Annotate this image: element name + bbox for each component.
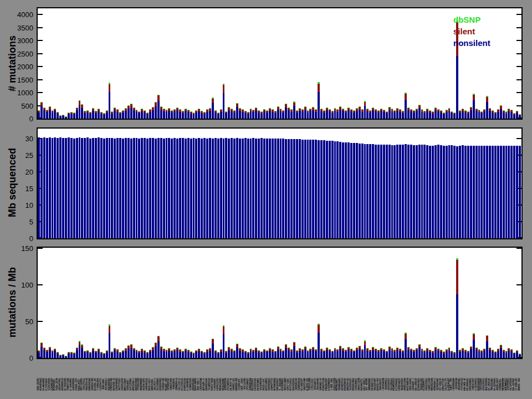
bar-sample-32	[125, 138, 127, 238]
bar-sample-101	[312, 347, 314, 358]
bar-sample-66	[217, 112, 219, 119]
bar-segment	[255, 110, 257, 119]
bar-segment	[130, 344, 132, 345]
bar-segment	[456, 56, 458, 119]
bar-segment	[274, 351, 277, 353]
bar-segment	[318, 140, 320, 238]
bar-sample-169	[497, 109, 499, 119]
bar-segment	[345, 142, 347, 238]
bar-segment	[133, 348, 135, 349]
bar-sample-95	[296, 139, 298, 238]
bar-segment	[92, 138, 94, 238]
bar-segment	[366, 351, 369, 358]
bar-segment	[393, 112, 396, 119]
bar-sample-79	[252, 138, 254, 238]
bar-segment	[168, 351, 170, 358]
bar-segment	[166, 110, 167, 112]
bar-segment	[353, 350, 355, 352]
bar-sample-129	[388, 145, 391, 238]
bar-sample-68	[223, 84, 224, 119]
bar-segment	[155, 343, 157, 346]
bar-sample-115	[350, 349, 352, 358]
bar-sample-17	[84, 111, 86, 119]
y-tick-label: 500	[2, 103, 33, 110]
bar-sample-155	[459, 146, 461, 238]
bar-sample-138	[413, 145, 415, 238]
bar-segment	[274, 111, 277, 113]
y-tick-left	[38, 40, 43, 41]
bar-sample-123	[372, 108, 374, 119]
bar-segment	[407, 108, 410, 108]
bar-sample-7	[57, 112, 59, 119]
bar-segment	[475, 348, 478, 350]
bar-segment	[361, 109, 364, 110]
bar-segment	[339, 346, 341, 349]
bar-segment	[43, 347, 45, 348]
bar-sample-101	[312, 107, 314, 119]
bar-segment	[336, 350, 339, 352]
bar-segment	[388, 107, 391, 108]
bar-segment	[475, 350, 478, 358]
bar-segment	[350, 109, 352, 110]
bar-segment	[432, 351, 434, 353]
bar-segment	[339, 349, 341, 358]
bar-segment	[190, 111, 192, 112]
bar-segment	[513, 352, 515, 354]
bar-sample-42	[152, 347, 154, 358]
bar-sample-3	[46, 110, 48, 119]
bar-sample-73	[236, 103, 238, 119]
bar-segment	[59, 116, 62, 119]
bar-segment	[467, 112, 469, 114]
bar-sample-92	[288, 139, 290, 238]
bar-segment	[198, 109, 200, 111]
bar-segment	[277, 139, 279, 238]
bar-sample-64	[212, 139, 214, 238]
bar-segment	[212, 339, 214, 340]
bar-sample-112	[342, 142, 344, 238]
bar-segment	[356, 108, 358, 109]
bar-segment	[486, 97, 488, 102]
bar-segment	[473, 340, 475, 358]
bar-segment	[198, 109, 200, 109]
bar-segment	[505, 351, 507, 353]
bar-segment	[451, 111, 453, 112]
bar-segment	[453, 146, 456, 238]
bar-segment	[513, 354, 515, 358]
bar-segment	[293, 342, 295, 342]
bar-segment	[489, 109, 491, 111]
bar-sample-115	[350, 143, 352, 238]
bar-segment	[282, 350, 284, 352]
bar-sample-55	[187, 350, 190, 358]
bar-segment	[505, 146, 507, 238]
bar-segment	[228, 139, 230, 238]
bar-segment	[252, 110, 254, 112]
bar-segment	[247, 139, 249, 238]
bar-sample-57	[193, 352, 195, 358]
bar-segment	[40, 138, 43, 238]
bar-sample-78	[250, 139, 252, 238]
bar-segment	[190, 352, 192, 354]
bar-sample-62	[206, 349, 208, 358]
bar-segment	[133, 108, 135, 110]
bar-segment	[136, 350, 137, 352]
bar-segment	[331, 111, 334, 113]
bar-segment	[320, 111, 323, 119]
bar-sample-177	[519, 114, 521, 119]
bar-segment	[160, 107, 162, 110]
bar-sample-135	[405, 332, 407, 358]
bar-segment	[247, 114, 249, 119]
bar-sample-18	[86, 137, 89, 238]
bar-segment	[307, 140, 309, 238]
bar-segment	[250, 111, 252, 119]
bar-segment	[446, 110, 448, 110]
bar-sample-167	[492, 146, 494, 238]
bar-sample-159	[470, 146, 472, 238]
bar-segment	[331, 351, 334, 352]
bar-segment	[366, 109, 369, 109]
bar-sample-140	[418, 344, 421, 358]
bar-segment	[209, 351, 211, 358]
bar-segment	[508, 109, 510, 111]
bar-segment	[109, 83, 110, 84]
bar-segment	[307, 112, 309, 119]
bar-segment	[258, 112, 260, 119]
